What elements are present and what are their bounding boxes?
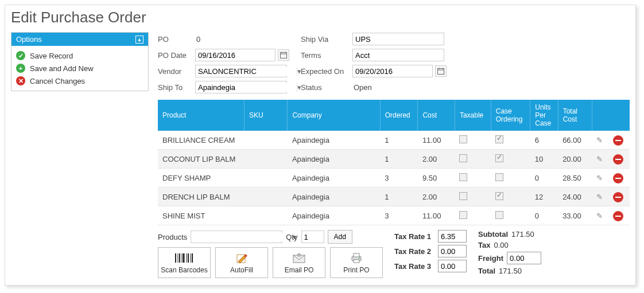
status-value: Open	[352, 83, 372, 92]
taxable-checkbox[interactable]	[459, 154, 467, 162]
taxable-checkbox[interactable]	[459, 173, 467, 181]
pencil-icon[interactable]: ✎	[596, 193, 603, 201]
terms-label: Terms	[301, 51, 352, 60]
cell-product: BRILLIANCE CREAM	[158, 131, 245, 150]
table-row[interactable]: SHINE MISTApaindegia311.00033.00✎	[158, 206, 630, 225]
print-po-label: Print PO	[343, 266, 369, 274]
pencil-icon[interactable]: ✎	[596, 212, 603, 220]
total-label: Total	[478, 267, 495, 275]
cell-total: 20.00	[558, 150, 592, 169]
po-date-label: PO Date	[158, 51, 195, 60]
cell-company: Apaindegia	[288, 131, 380, 150]
pencil-icon[interactable]: ✎	[596, 136, 603, 144]
ship-to-combo[interactable]: ▾	[195, 81, 287, 93]
cell-sku	[245, 150, 288, 169]
terms-input[interactable]	[352, 49, 444, 61]
x-icon: ✕	[16, 76, 25, 85]
col-cost[interactable]: Cost	[418, 100, 455, 131]
col-company[interactable]: Company	[288, 100, 380, 131]
col-ordered[interactable]: Ordered	[380, 100, 418, 131]
delete-icon[interactable]	[613, 154, 623, 165]
delete-icon[interactable]	[613, 211, 623, 221]
ship-to-input[interactable]	[196, 83, 297, 92]
taxable-checkbox[interactable]	[459, 211, 467, 219]
autofill-icon	[236, 252, 247, 264]
scan-barcodes-button[interactable]: Scan Barcodes	[158, 247, 211, 278]
cell-company: Apaindegia	[288, 187, 380, 206]
table-row[interactable]: COCONUT LIP BALMApaindegia12.001020.00✎	[158, 150, 630, 169]
barcode-icon	[174, 252, 194, 264]
products-input[interactable]	[191, 233, 292, 241]
email-po-button[interactable]: @ Email PO	[273, 247, 325, 278]
svg-rect-22	[354, 253, 359, 257]
table-row[interactable]: DRENCH LIP BALMApaindegia12.001224.00✎	[158, 187, 630, 206]
col-total-cost[interactable]: Total Cost	[558, 100, 592, 131]
save-record-button[interactable]: ✓ Save Record	[16, 49, 143, 62]
po-date-input[interactable]	[195, 49, 276, 61]
cell-total: 66.00	[558, 131, 592, 150]
col-taxable[interactable]: Taxable	[455, 100, 491, 131]
cell-ordered: 1	[380, 150, 418, 169]
cell-upc: 0	[530, 169, 558, 187]
cell-ordered: 1	[380, 187, 418, 206]
cell-company: Apaindegia	[288, 206, 380, 225]
svg-point-24	[359, 257, 360, 259]
cell-ordered: 3	[380, 206, 418, 225]
autofill-label: AutoFill	[230, 266, 253, 274]
table-row[interactable]: BRILLIANCE CREAMApaindegia111.00666.00✎	[158, 131, 630, 150]
cell-product: DRENCH LIP BALM	[158, 187, 245, 206]
tax-rate-1-input[interactable]	[438, 230, 467, 243]
check-icon: ✓	[16, 51, 25, 60]
options-header: Options	[16, 35, 42, 44]
cell-upc: 6	[530, 131, 558, 150]
delete-icon[interactable]	[613, 192, 623, 202]
email-po-label: Email PO	[285, 266, 314, 274]
ship-via-input[interactable]	[352, 33, 444, 45]
tax-rate-1-label: Tax Rate 1	[394, 232, 434, 241]
taxable-checkbox[interactable]	[459, 192, 467, 200]
expected-input[interactable]	[352, 65, 433, 77]
cell-upc: 10	[530, 150, 558, 169]
products-combo[interactable]: ▾	[191, 231, 282, 243]
col-units-per-case[interactable]: Units Per Case	[530, 100, 558, 131]
save-add-new-button[interactable]: + Save and Add New	[16, 62, 143, 75]
subtotal-label: Subtotal	[478, 230, 508, 239]
save-record-label: Save Record	[30, 52, 73, 60]
cell-company: Apaindegia	[288, 150, 380, 169]
case-ordering-checkbox[interactable]	[495, 192, 503, 200]
case-ordering-checkbox[interactable]	[495, 154, 503, 162]
case-ordering-checkbox[interactable]	[495, 173, 503, 181]
vendor-combo[interactable]: ▾	[195, 65, 287, 77]
svg-rect-23	[354, 260, 359, 263]
cancel-changes-button[interactable]: ✕ Cancel Changes	[16, 75, 143, 87]
calendar-icon[interactable]	[435, 65, 447, 77]
freight-input[interactable]	[507, 252, 541, 264]
cell-product: DEFY SHAMP	[158, 169, 245, 187]
col-sku[interactable]: SKU	[245, 100, 288, 131]
print-po-button[interactable]: Print PO	[330, 247, 383, 278]
col-case-ordering[interactable]: Case Ordering	[491, 100, 530, 131]
taxable-checkbox[interactable]	[459, 135, 467, 143]
po-label: PO	[158, 35, 195, 44]
calendar-icon[interactable]	[278, 49, 289, 61]
tax-rate-3-input[interactable]	[438, 260, 467, 272]
pencil-icon[interactable]: ✎	[596, 174, 603, 182]
cell-total: 28.50	[558, 169, 592, 187]
delete-icon[interactable]	[613, 173, 623, 183]
col-product[interactable]: Product	[158, 100, 245, 131]
collapse-icon[interactable]: ▲	[135, 36, 143, 44]
pencil-icon[interactable]: ✎	[596, 155, 603, 163]
vendor-input[interactable]	[196, 67, 297, 76]
cell-sku	[245, 187, 288, 206]
add-button[interactable]: Add	[328, 230, 352, 244]
table-row[interactable]: DEFY SHAMPApaindegia39.50028.50✎	[158, 169, 630, 187]
case-ordering-checkbox[interactable]	[495, 135, 503, 143]
autofill-button[interactable]: AutoFill	[215, 247, 268, 278]
page-title: Edit Purchase Order	[11, 9, 630, 26]
tax-rate-2-input[interactable]	[438, 245, 467, 257]
case-ordering-checkbox[interactable]	[495, 211, 503, 219]
line-items-grid: Product SKU Company Ordered Cost Taxable…	[158, 100, 630, 225]
delete-icon[interactable]	[613, 135, 623, 146]
tax-rate-2-label: Tax Rate 2	[394, 247, 434, 256]
qty-input[interactable]	[301, 231, 324, 243]
